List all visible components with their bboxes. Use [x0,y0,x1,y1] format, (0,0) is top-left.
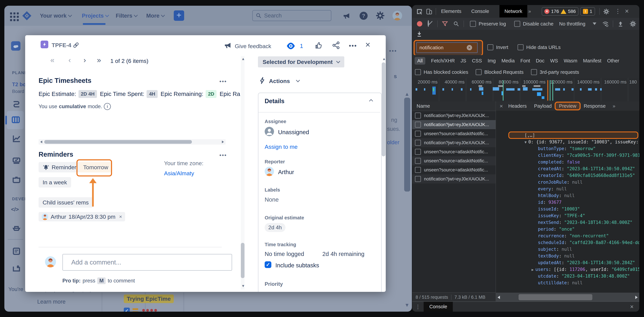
json-line[interactable]: issueId: "10003" [496,186,639,192]
type-filter-pill[interactable]: Fetch/XHR [431,58,455,64]
scroll-right-icon[interactable] [222,140,224,143]
json-line[interactable]: updatedAt: "2023-04-17T14:30:50.284Z" [496,239,639,246]
copy-link-icon[interactable] [72,42,80,49]
bg-page-scrollbar[interactable] [404,98,410,192]
sidebar-item-components-icon[interactable] [12,175,21,184]
type-filter-pill[interactable]: Wasm [564,58,577,64]
sidebar-item-releases-icon[interactable] [12,223,21,232]
devtools-tab[interactable]: Elements [441,5,461,18]
labels-value[interactable]: None [265,196,279,203]
scroll-down-icon[interactable]: ▼ [241,284,245,288]
comment-box[interactable] [62,254,232,271]
type-filter-pill[interactable]: Doc [536,58,544,64]
json-line[interactable]: subject: null [496,226,639,232]
request-row[interactable]: unseen?source=atlaskitNotific... [412,166,496,174]
request-checkbox[interactable] [415,167,421,173]
epic-hscroll-thumb[interactable] [44,140,192,144]
json-line[interactable]: ▼0: {id: 93677, issueId: "10003", issueK… [496,118,639,125]
preview-close-icon[interactable]: × [496,103,505,109]
chip-remove-icon[interactable]: × [118,214,122,220]
record-icon[interactable] [417,21,422,26]
actions-label[interactable]: Actions [269,78,290,84]
epic-hscrollbar[interactable] [38,139,226,144]
export-har-icon[interactable] [416,31,422,38]
inspect-element-icon[interactable] [416,8,423,15]
filter-input-box[interactable]: × [416,42,478,53]
json-line[interactable]: issueKey: "TPFE-4" [496,192,639,199]
json-line[interactable]: htmlBody: null [496,172,639,179]
filter-funnel-icon[interactable] [442,21,448,27]
timezone-link[interactable]: Asia/Almaty [164,170,194,176]
give-feedback-icon[interactable] [224,41,232,49]
scroll-right-icon[interactable] [635,296,638,299]
preview-json-tree[interactable]: [,…] ▼0: {id: 93677, issueId: "10003", i… [496,111,639,292]
include-subtasks-checkbox[interactable]: ✓ [265,261,271,268]
clear-filter-icon[interactable]: × [467,45,472,50]
request-checkbox[interactable] [415,149,421,155]
drawer-menu-icon[interactable]: ⋮ [412,304,424,310]
request-row[interactable]: notification?jwt=eyJ0eXAiOiJK... [412,111,496,120]
close-icon[interactable]: × [365,40,370,50]
child-issues-rems-button[interactable]: Child issues' rems [38,197,93,208]
watch-icon[interactable] [286,42,296,50]
errors-warnings-badge[interactable]: ✕ 176 586 [542,7,578,16]
hide-data-urls-checkbox[interactable]: Hide data URLs [518,44,561,50]
request-checkbox[interactable] [415,122,421,128]
type-filter-pill[interactable]: CSS [472,58,482,64]
search-input[interactable] [264,12,320,19]
advanced-filter-checkbox[interactable]: 3rd-party requests [531,69,579,75]
request-list-header[interactable]: Name [412,101,496,111]
nav-item[interactable]: Filters [116,6,137,26]
devtools-close-icon[interactable]: × [625,8,629,15]
time-logged-value[interactable]: No time logged [265,250,304,257]
json-line[interactable]: utctilldate: null [496,259,639,266]
type-filter-pill[interactable]: All [414,57,425,64]
help-icon[interactable]: ? [360,12,368,20]
throttling-select[interactable]: No throttling [559,21,585,27]
clear-icon[interactable] [428,20,429,27]
bg-scroll-down-icon[interactable]: ▼ [404,302,410,308]
issues-badge[interactable]: ! 1 [580,7,595,16]
more-actions-icon[interactable]: ••• [349,42,357,50]
json-line[interactable]: period: "once" [496,206,639,212]
json-line[interactable]: ▶users: [{id: 117206, userId: "6409cfa01… [496,246,639,252]
json-line[interactable]: clientKey: "7ca909c5-76ff-309f-9371-9819… [496,132,639,138]
type-filter-pill[interactable]: Manifest [583,58,602,64]
devtools-tab[interactable]: Console [471,5,489,18]
more-tabs-icon[interactable]: » [528,5,531,18]
request-checkbox[interactable] [415,158,421,164]
json-line[interactable]: utcdate: "2023-04-18T14:30:48.000Z" [496,252,639,259]
status-dropdown[interactable]: Selected for Development [258,56,344,68]
settings-gear-icon[interactable] [376,12,384,20]
pagination-first-icon[interactable]: « [50,56,54,64]
pagination-last-icon[interactable]: » [97,56,101,64]
network-settings-icon[interactable] [630,20,636,27]
json-line[interactable]: textBody: null [496,232,639,239]
request-checkbox[interactable] [415,140,421,146]
device-toolbar-icon[interactable] [426,8,433,15]
preview-tab[interactable]: Response [580,101,609,111]
request-checkbox[interactable] [415,131,421,137]
drawer-close-icon[interactable]: × [630,303,639,310]
bg-scroll-up-icon[interactable]: ▲ [404,91,410,97]
json-line[interactable]: every: null [496,166,639,172]
nav-item[interactable]: Projects [82,6,108,26]
right-column-scroll-thumb[interactable] [382,62,386,156]
sidebar-item-code-icon[interactable]: </> [11,206,19,212]
json-line[interactable]: id: 93677 [496,179,639,186]
reminder-button[interactable]: Reminder [38,162,80,172]
assignee-value[interactable]: Unassigned [278,129,309,136]
bg-learn-more-link[interactable]: Learn more [37,298,66,305]
import-har-icon[interactable] [617,20,624,27]
global-search[interactable] [252,10,332,21]
request-row[interactable]: notification?jwt=eyJ0eXAiOiJK... [412,120,496,129]
issue-key[interactable]: TPFE-4 [52,42,71,48]
type-filter-pill[interactable]: WS [550,58,558,64]
request-row[interactable]: unseen?source=atlaskitNotific... [412,129,496,138]
type-filter-pill[interactable]: JS [460,58,466,64]
type-filter-pill[interactable]: Font [520,58,530,64]
request-row[interactable]: unseen?source=atlaskitNotific... [412,147,496,156]
sidebar-item-reports-icon[interactable] [12,134,21,143]
json-line[interactable]: nextSend: "2023-04-18T14:30:48.000Z" [496,199,639,206]
nav-item[interactable]: More [146,6,164,26]
